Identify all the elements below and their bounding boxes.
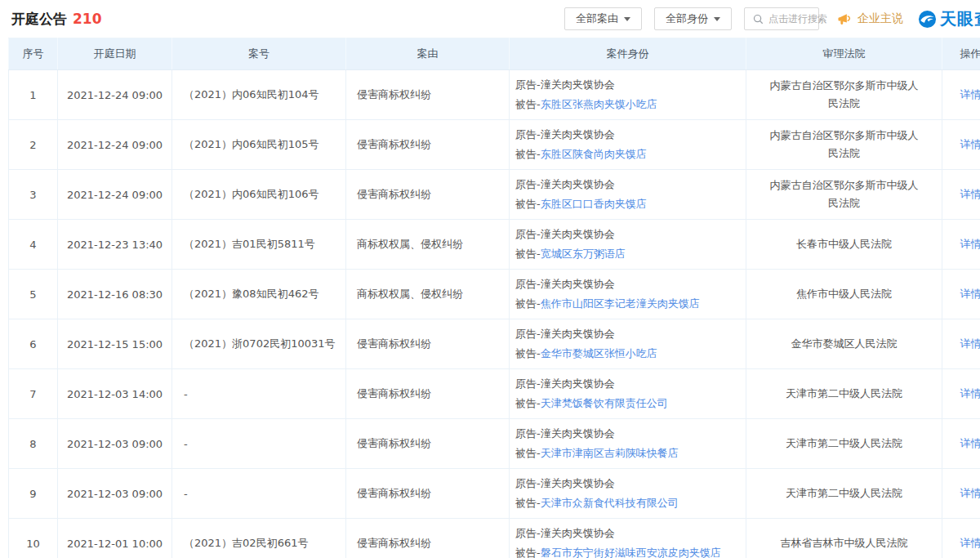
defendant-prefix: 被告- [515, 397, 541, 409]
plaintiff-name: 潼关肉夹馍协会 [541, 377, 615, 390]
tianyancha-logo[interactable]: 天眼查 [918, 8, 980, 30]
cell-cause: 侵害商标权纠纷 [346, 519, 510, 558]
cell-action: 详情 [942, 519, 980, 558]
cell-cause: 侵害商标权纠纷 [346, 170, 510, 220]
defendant-prefix: 被告- [515, 198, 541, 210]
cell-index: 5 [9, 270, 58, 319]
table-header-row: 序号 开庭日期 案号 案由 案件身份 审理法院 操作 [9, 38, 980, 70]
defendant-link[interactable]: 天津市众新食代科技有限公司 [541, 497, 679, 509]
chevron-down-icon [624, 17, 630, 21]
defendant-link[interactable]: 金华市婺城区张恒小吃店 [541, 347, 657, 359]
search-placeholder: 点击进行搜索 [768, 12, 827, 26]
detail-link[interactable]: 详情 [960, 238, 980, 250]
cell-cause: 侵害商标权纠纷 [346, 469, 510, 519]
cell-court: 金华市婺城区人民法院 [746, 319, 942, 369]
plaintiff-prefix: 原告- [515, 377, 541, 390]
cell-cause: 商标权权属、侵权纠纷 [346, 270, 510, 319]
detail-link[interactable]: 详情 [960, 387, 980, 400]
defendant-link[interactable]: 天津市津南区吉莉陕味快餐店 [541, 447, 679, 459]
defendant-link[interactable]: 宽城区东万粥语店 [541, 248, 626, 260]
tianyancha-logo-icon [918, 10, 937, 29]
defendant-link[interactable]: 磐石市东宁街好滋味西安凉皮肉夹馍店 [541, 547, 721, 558]
plaintiff-name: 潼关肉夹馍协会 [541, 128, 615, 141]
cell-case-number: （2021）内06知民初106号 [172, 170, 346, 220]
cell-hearing-date: 2021-12-16 08:30 [58, 270, 172, 319]
cell-action: 详情 [942, 369, 980, 419]
cell-parties: 原告-潼关肉夹馍协会被告-宽城区东万粥语店 [510, 220, 746, 270]
cell-action: 详情 [942, 70, 980, 120]
plaintiff-prefix: 原告- [515, 178, 541, 190]
cell-court: 天津市第二中级人民法院 [746, 469, 942, 519]
plaintiff-name: 潼关肉夹馍协会 [541, 477, 615, 489]
plaintiff-name: 潼关肉夹馍协会 [541, 78, 615, 91]
table-row: 92021-12-03 09:00-侵害商标权纠纷原告-潼关肉夹馍协会被告-天津… [9, 469, 980, 519]
defendant-link[interactable]: 东胜区陕食尚肉夹馍店 [541, 148, 647, 160]
plaintiff-line: 原告-潼关肉夹馍协会 [515, 324, 737, 344]
detail-link[interactable]: 详情 [960, 337, 980, 350]
hearing-announcement-table: 序号 开庭日期 案号 案由 案件身份 审理法院 操作 12021-12-24 0… [8, 38, 980, 558]
cell-parties: 原告-潼关肉夹馍协会被告-天津梵饭餐饮有限责任公司 [510, 369, 746, 419]
qiye-zhushuo-label: 企业主说 [858, 11, 903, 26]
detail-link[interactable]: 详情 [960, 537, 980, 549]
cell-index: 9 [9, 469, 58, 519]
plaintiff-prefix: 原告- [515, 527, 541, 539]
qiye-zhushuo-link[interactable]: 企业主说 [837, 11, 903, 26]
defendant-prefix: 被告- [515, 497, 541, 509]
cell-case-number: （2021）浙0702民初10031号 [172, 319, 346, 369]
defendant-prefix: 被告- [515, 297, 541, 310]
plaintiff-prefix: 原告- [515, 477, 541, 489]
defendant-line: 被告-天津市众新食代科技有限公司 [515, 493, 737, 513]
cell-index: 7 [9, 369, 58, 419]
cell-cause: 侵害商标权纠纷 [346, 319, 510, 369]
plaintiff-name: 潼关肉夹馍协会 [541, 228, 615, 240]
plaintiff-name: 潼关肉夹馍协会 [541, 527, 615, 539]
plaintiff-line: 原告-潼关肉夹馍协会 [515, 374, 737, 394]
detail-link[interactable]: 详情 [960, 437, 980, 449]
defendant-line: 被告-焦作市山阳区李记老潼关肉夹馍店 [515, 294, 737, 314]
cell-index: 8 [9, 419, 58, 469]
table-row: 72021-12-03 14:00-侵害商标权纠纷原告-潼关肉夹馍协会被告-天津… [9, 369, 980, 419]
table-row: 52021-12-16 08:30（2021）豫08知民初462号商标权权属、侵… [9, 270, 980, 319]
cell-case-number: （2021）内06知民初105号 [172, 120, 346, 170]
plaintiff-prefix: 原告- [515, 278, 541, 290]
defendant-link[interactable]: 焦作市山阳区李记老潼关肉夹馍店 [541, 297, 700, 310]
detail-link[interactable]: 详情 [960, 88, 980, 100]
col-header-case-no: 案号 [172, 38, 346, 70]
search-input[interactable]: 点击进行搜索 [744, 7, 819, 30]
defendant-line: 被告-天津梵饭餐饮有限责任公司 [515, 394, 737, 413]
defendant-line: 被告-东胜区张燕肉夹馍小吃店 [515, 95, 737, 114]
cell-hearing-date: 2021-12-24 09:00 [58, 170, 172, 220]
defendant-prefix: 被告- [515, 347, 541, 359]
col-header-parties: 案件身份 [510, 38, 746, 70]
table-row: 32021-12-24 09:00（2021）内06知民初106号侵害商标权纠纷… [9, 170, 980, 220]
search-icon [753, 14, 764, 25]
defendant-link[interactable]: 天津梵饭餐饮有限责任公司 [541, 397, 668, 409]
cell-hearing-date: 2021-12-15 15:00 [58, 319, 172, 369]
cell-action: 详情 [942, 120, 980, 170]
filter-identity-dropdown[interactable]: 全部身份 [654, 7, 732, 30]
detail-link[interactable]: 详情 [960, 487, 980, 499]
table-row: 62021-12-15 15:00（2021）浙0702民初10031号侵害商标… [9, 319, 980, 369]
defendant-prefix: 被告- [515, 248, 541, 260]
detail-link[interactable]: 详情 [960, 288, 980, 300]
detail-link[interactable]: 详情 [960, 188, 980, 200]
cell-parties: 原告-潼关肉夹馍协会被告-磐石市东宁街好滋味西安凉皮肉夹馍店 [510, 519, 746, 558]
cell-index: 2 [9, 120, 58, 170]
cell-index: 6 [9, 319, 58, 369]
plaintiff-line: 原告-潼关肉夹馍协会 [515, 125, 737, 145]
defendant-link[interactable]: 东胜区口口香肉夹馍店 [541, 198, 647, 210]
defendant-link[interactable]: 东胜区张燕肉夹馍小吃店 [541, 98, 657, 110]
cell-cause: 侵害商标权纠纷 [346, 70, 510, 120]
plaintiff-name: 潼关肉夹馍协会 [541, 178, 615, 190]
table-row: 82021-12-03 09:00-侵害商标权纠纷原告-潼关肉夹馍协会被告-天津… [9, 419, 980, 469]
cell-court: 天津市第二中级人民法院 [746, 419, 942, 469]
cell-hearing-date: 2021-12-03 09:00 [58, 419, 172, 469]
defendant-line: 被告-金华市婺城区张恒小吃店 [515, 344, 737, 364]
page-title: 开庭公告 [11, 10, 67, 29]
cell-cause: 商标权权属、侵权纠纷 [346, 220, 510, 270]
filter-case-reason-dropdown[interactable]: 全部案由 [564, 7, 642, 30]
plaintiff-prefix: 原告- [515, 328, 541, 340]
detail-link[interactable]: 详情 [960, 138, 980, 150]
cell-parties: 原告-潼关肉夹馍协会被告-东胜区口口香肉夹馍店 [510, 170, 746, 220]
defendant-prefix: 被告- [515, 98, 541, 110]
